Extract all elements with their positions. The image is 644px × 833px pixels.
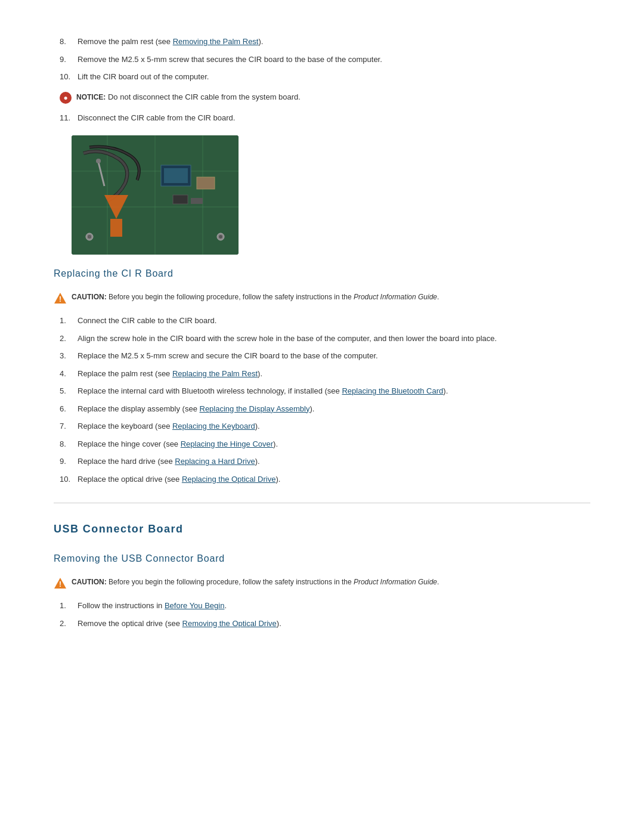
list-item: 2. Align the screw hole in the CIR board… xyxy=(54,333,590,345)
step-number: 6. xyxy=(60,403,78,415)
step-number: 4. xyxy=(60,368,78,380)
list-item: 3. Replace the M2.5 x 5-mm screw and sec… xyxy=(54,350,590,362)
list-item: 9. Replace the hard drive (see Replacing… xyxy=(54,456,590,467)
list-item: 10. Lift the CIR board out of the comput… xyxy=(54,71,590,83)
step-text: Disconnect the CIR cable from the CIR bo… xyxy=(78,112,590,124)
svg-rect-9 xyxy=(173,195,188,204)
removing-cir-steps-list: 8. Remove the palm rest (see Removing th… xyxy=(54,36,590,83)
section-divider xyxy=(54,503,590,503)
notice-text: NOTICE: Do not disconnect the CIR cable … xyxy=(76,91,301,103)
svg-text:!: ! xyxy=(59,580,61,589)
step-text: Replace the internal card with Bluetooth… xyxy=(78,385,590,397)
usb-section-title: USB Connector Board xyxy=(54,521,590,537)
replacing-keyboard-link[interactable]: Replacing the Keyboard xyxy=(172,422,255,431)
removing-optical-drive-link[interactable]: Removing the Optical Drive xyxy=(182,619,277,628)
usb-caution-block: ! CAUTION: Before you begin the followin… xyxy=(54,577,590,589)
circuit-board-image-container xyxy=(72,135,590,255)
list-item: 5. Replace the internal card with Blueto… xyxy=(54,385,590,397)
caution-block: ! CAUTION: Before you begin the followin… xyxy=(54,292,590,304)
step-number: 1. xyxy=(60,315,78,327)
step-text: Replace the optical drive (see Replacing… xyxy=(78,473,590,485)
step-number: 3. xyxy=(60,350,78,362)
step-number: 2. xyxy=(60,333,78,345)
list-item: 1. Follow the instructions in Before You… xyxy=(54,600,590,612)
circuit-svg xyxy=(72,135,239,255)
step-number: 7. xyxy=(60,420,78,432)
list-item: 9. Remove the M2.5 x 5-mm screw that sec… xyxy=(54,54,590,66)
usb-caution-text: CAUTION: Before you begin the following … xyxy=(72,577,439,587)
list-item: 1. Connect the CIR cable to the CIR boar… xyxy=(54,315,590,327)
list-item: 7. Replace the keyboard (see Replacing t… xyxy=(54,420,590,432)
svg-rect-7 xyxy=(164,168,188,183)
step-number: 9. xyxy=(60,54,78,66)
step-text: Replace the M2.5 x 5-mm screw and secure… xyxy=(78,350,590,362)
step-text: Remove the M2.5 x 5-mm screw that secure… xyxy=(78,54,590,66)
svg-point-16 xyxy=(219,235,222,239)
notice-icon: ● xyxy=(60,92,72,104)
step-text: Replace the palm rest (see Replacing the… xyxy=(78,368,590,380)
step-number: 5. xyxy=(60,385,78,397)
svg-point-20 xyxy=(96,159,101,163)
notice-block: ● NOTICE: Do not disconnect the CIR cabl… xyxy=(60,91,590,104)
step-text: Remove the palm rest (see Removing the P… xyxy=(78,36,590,48)
replacing-display-assembly-link[interactable]: Replacing the Display Assembly xyxy=(200,404,310,413)
usb-caution-label: CAUTION: xyxy=(72,578,107,586)
step-text: Replace the display assembly (see Replac… xyxy=(78,403,590,415)
caution-label: CAUTION: xyxy=(72,293,107,301)
step-11-list: 11. Disconnect the CIR cable from the CI… xyxy=(54,112,590,124)
step-number: 10. xyxy=(60,473,78,485)
caution-text: CAUTION: Before you begin the following … xyxy=(72,292,439,302)
replacing-cir-section: Replacing the CI R Board ! CAUTION: Befo… xyxy=(54,267,590,485)
step-text: Connect the CIR cable to the CIR board. xyxy=(78,315,590,327)
svg-rect-8 xyxy=(197,177,215,189)
svg-text:!: ! xyxy=(59,295,61,304)
usb-caution-icon: ! xyxy=(54,577,67,589)
list-item: 4. Replace the palm rest (see Replacing … xyxy=(54,368,590,380)
list-item: 8. Remove the palm rest (see Removing th… xyxy=(54,36,590,48)
removing-usb-title: Removing the USB Connector Board xyxy=(54,552,590,566)
replacing-hard-drive-link[interactable]: Replacing a Hard Drive xyxy=(175,457,255,466)
step-number: 10. xyxy=(60,71,78,83)
step-number: 1. xyxy=(60,600,78,612)
replacing-cir-title: Replacing the CI R Board xyxy=(54,267,590,281)
step-number: 9. xyxy=(60,456,78,467)
replacing-palm-rest-link[interactable]: Replacing the Palm Rest xyxy=(172,369,258,378)
replacing-bluetooth-card-link[interactable]: Replacing the Bluetooth Card xyxy=(342,386,443,395)
step-text: Replace the keyboard (see Replacing the … xyxy=(78,420,590,432)
step-number: 2. xyxy=(60,618,78,630)
replacing-optical-drive-link[interactable]: Replacing the Optical Drive xyxy=(182,475,276,484)
svg-rect-18 xyxy=(110,219,122,237)
step-text: Replace the hard drive (see Replacing a … xyxy=(78,456,590,467)
content-area: 8. Remove the palm rest (see Removing th… xyxy=(54,36,590,629)
step-text: Lift the CIR board out of the computer. xyxy=(78,71,590,83)
list-item: 8. Replace the hinge cover (see Replacin… xyxy=(54,438,590,450)
list-item: 6. Replace the display assembly (see Rep… xyxy=(54,403,590,415)
circuit-board-image xyxy=(72,135,239,255)
list-item: 10. Replace the optical drive (see Repla… xyxy=(54,473,590,485)
replacing-hinge-cover-link[interactable]: Replacing the Hinge Cover xyxy=(181,439,273,448)
step-text: Follow the instructions in Before You Be… xyxy=(78,600,590,612)
removing-usb-steps-list: 1. Follow the instructions in Before You… xyxy=(54,600,590,629)
list-item: 11. Disconnect the CIR cable from the CI… xyxy=(54,112,590,124)
list-item: 2. Remove the optical drive (see Removin… xyxy=(54,618,590,630)
notice-label: NOTICE: xyxy=(76,93,106,101)
svg-rect-10 xyxy=(191,198,203,204)
removing-palm-rest-link[interactable]: Removing the Palm Rest xyxy=(173,37,259,46)
step-number: 11. xyxy=(60,112,78,124)
step-number: 8. xyxy=(60,36,78,48)
circuit-board-bg xyxy=(72,135,239,255)
step-text: Replace the hinge cover (see Replacing t… xyxy=(78,438,590,450)
step-text: Remove the optical drive (see Removing t… xyxy=(78,618,590,630)
step-number: 8. xyxy=(60,438,78,450)
caution-icon: ! xyxy=(54,292,67,304)
before-you-begin-link[interactable]: Before You Begin xyxy=(165,601,224,610)
step-text: Align the screw hole in the CIR board wi… xyxy=(78,333,590,345)
replacing-cir-steps-list: 1. Connect the CIR cable to the CIR boar… xyxy=(54,315,590,485)
usb-section: USB Connector Board Removing the USB Con… xyxy=(54,521,590,629)
